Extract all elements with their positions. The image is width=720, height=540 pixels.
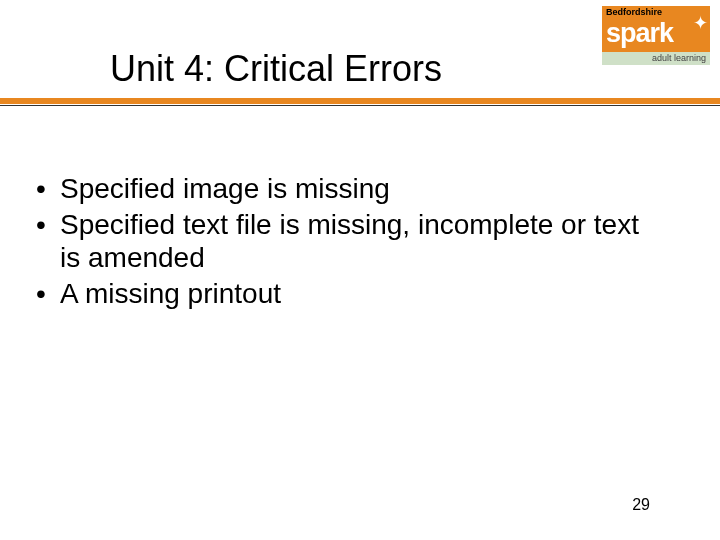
bullet-icon: • bbox=[34, 208, 60, 242]
logo-tagline: adult learning bbox=[602, 52, 710, 65]
bullet-icon: • bbox=[34, 277, 60, 311]
logo-brand-word: spark bbox=[606, 18, 673, 48]
bullet-text: Specified text file is missing, incomple… bbox=[60, 208, 660, 275]
sparkle-icon: ✦ bbox=[693, 14, 708, 32]
brand-logo: Bedfordshire spark ✦ adult learning bbox=[602, 6, 710, 65]
list-item: • A missing printout bbox=[34, 277, 660, 311]
bullet-text: A missing printout bbox=[60, 277, 660, 311]
slide-title: Unit 4: Critical Errors bbox=[110, 48, 442, 90]
title-underline-thick bbox=[0, 98, 720, 104]
bullet-text: Specified image is missing bbox=[60, 172, 660, 206]
title-underline-thin bbox=[0, 105, 720, 106]
logo-brand-block: spark ✦ bbox=[602, 18, 710, 52]
list-item: • Specified text file is missing, incomp… bbox=[34, 208, 660, 275]
bullet-list: • Specified image is missing • Specified… bbox=[34, 172, 660, 312]
bullet-icon: • bbox=[34, 172, 60, 206]
list-item: • Specified image is missing bbox=[34, 172, 660, 206]
page-number: 29 bbox=[632, 496, 650, 514]
